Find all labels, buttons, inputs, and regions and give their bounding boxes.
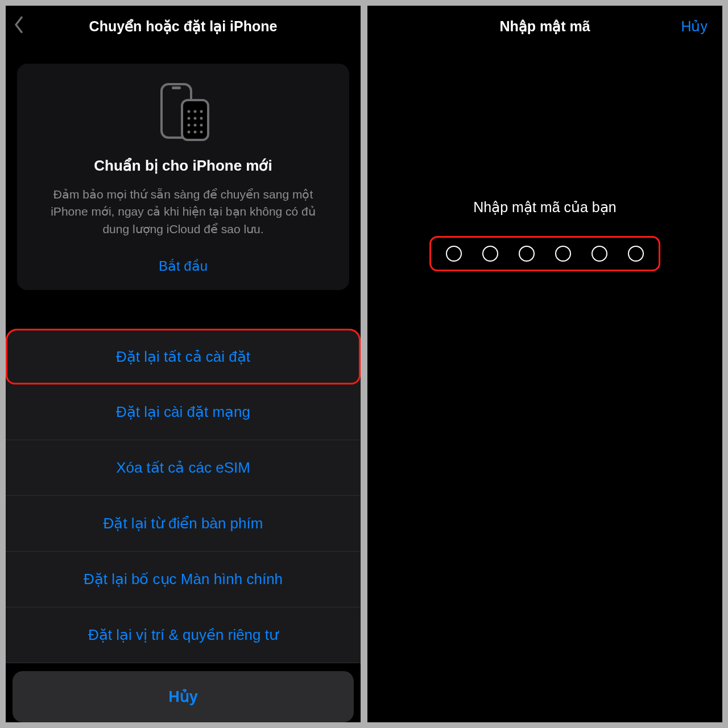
svg-point-14: [200, 131, 203, 134]
passcode-prompt: Nhập mật mã của bạn: [367, 199, 722, 216]
svg-point-5: [200, 110, 203, 113]
option-reset-keyboard-dict[interactable]: Đặt lại từ điển bàn phím: [6, 496, 361, 552]
option-reset-location-privacy[interactable]: Đặt lại vị trí & quyền riêng tư: [6, 607, 361, 663]
back-button[interactable]: [14, 16, 24, 36]
cancel-button[interactable]: Hủy: [13, 671, 354, 722]
start-button[interactable]: Bắt đầu: [28, 258, 338, 274]
devices-icon: [28, 81, 338, 143]
svg-point-7: [194, 117, 197, 120]
svg-point-11: [200, 124, 203, 127]
passcode-field[interactable]: [429, 236, 660, 271]
passcode-dot: [519, 246, 535, 262]
option-delete-esim[interactable]: Xóa tất cả các eSIM: [6, 440, 361, 496]
option-reset-network[interactable]: Đặt lại cài đặt mạng: [6, 384, 361, 440]
option-reset-home-layout[interactable]: Đặt lại bố cục Màn hình chính: [6, 552, 361, 607]
prepare-card: Chuẩn bị cho iPhone mới Đảm bảo mọi thứ …: [17, 64, 349, 290]
sheet-cancel-section: Hủy: [6, 663, 361, 722]
chevron-left-icon: [14, 16, 24, 34]
page-title: Nhập mật mã: [499, 18, 590, 35]
svg-point-9: [188, 124, 191, 127]
passcode-dot: [628, 246, 644, 262]
svg-point-10: [194, 124, 197, 127]
svg-point-13: [194, 131, 197, 134]
cancel-button[interactable]: Hủy: [681, 18, 708, 35]
passcode-dot: [555, 246, 571, 262]
passcode-section: Nhập mật mã của bạn: [367, 199, 722, 271]
reset-action-sheet: Đặt lại tất cả cài đặt Đặt lại cài đặt m…: [6, 329, 361, 722]
screen-enter-passcode: Nhập mật mã Hủy Nhập mật mã của bạn: [367, 6, 722, 722]
svg-point-12: [188, 131, 191, 134]
passcode-dot: [592, 246, 607, 262]
page-title: Chuyển hoặc đặt lại iPhone: [89, 18, 278, 35]
svg-rect-2: [182, 100, 208, 140]
card-description: Đảm bảo mọi thứ sẵn sàng để chuyển sang …: [38, 186, 328, 238]
svg-point-3: [188, 110, 191, 113]
passcode-dot: [482, 246, 498, 262]
passcode-dot: [446, 246, 462, 262]
nav-bar: Nhập mật mã Hủy: [367, 6, 722, 47]
nav-bar: Chuyển hoặc đặt lại iPhone: [6, 6, 361, 47]
svg-point-8: [200, 117, 203, 120]
svg-point-6: [188, 117, 191, 120]
svg-rect-1: [172, 86, 181, 89]
screen-transfer-reset: Chuyển hoặc đặt lại iPhone Chuẩn bị cho …: [6, 6, 361, 722]
option-reset-all-settings[interactable]: Đặt lại tất cả cài đặt: [6, 329, 361, 384]
card-title: Chuẩn bị cho iPhone mới: [28, 157, 338, 175]
svg-point-4: [194, 110, 197, 113]
